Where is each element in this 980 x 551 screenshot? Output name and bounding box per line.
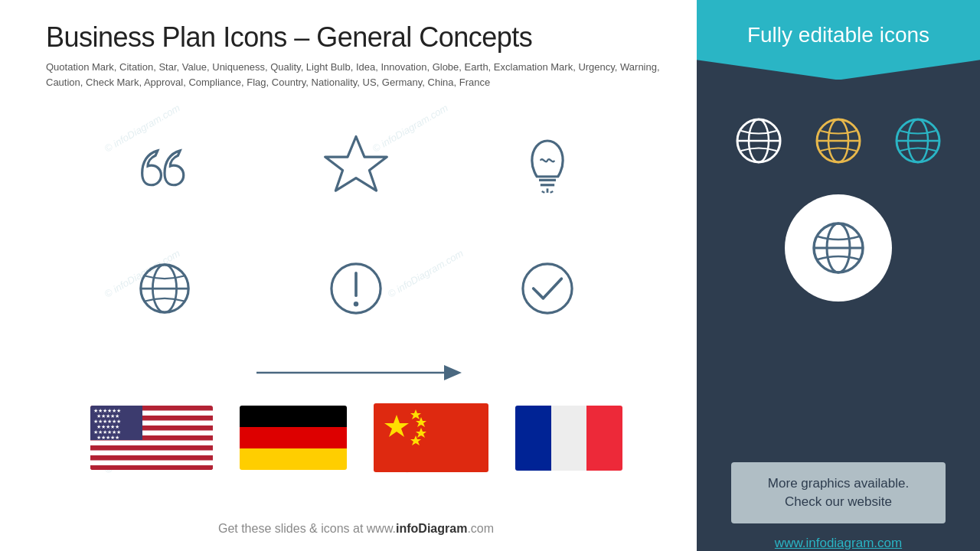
page-title: Business Plan Icons – General Concepts: [46, 21, 666, 54]
star-icon: [314, 124, 398, 208]
germany-flag-icon: [240, 406, 347, 470]
light-bulb-icon: [505, 124, 590, 208]
svg-rect-37: [240, 406, 347, 427]
bottom-text-suffix: .com: [467, 522, 494, 535]
svg-line-4: [542, 191, 545, 193]
icons-grid: [46, 105, 666, 350]
svg-text:★★★★★★: ★★★★★★: [93, 419, 121, 424]
right-icons-section: [713, 80, 964, 447]
svg-rect-49: [551, 406, 586, 471]
svg-text:★★★★★★: ★★★★★★: [93, 408, 121, 413]
exclamation-icon-cell: [260, 227, 452, 350]
globe-gold-icon: [808, 110, 869, 171]
left-panel: Business Plan Icons – General Concepts Q…: [0, 0, 697, 551]
svg-rect-41: [374, 403, 488, 472]
svg-line-5: [550, 191, 554, 193]
svg-rect-38: [240, 427, 347, 448]
flags-row: ★★★★★★ ★★★★★ ★★★★★★ ★★★★★ ★★★★★★ ★★★★★: [46, 403, 666, 472]
svg-rect-50: [586, 406, 622, 471]
globe-icon-cell: [69, 227, 260, 350]
arrow-icon: [249, 357, 463, 388]
china-flag-icon: [374, 403, 488, 472]
right-globe-icons-row: [728, 110, 949, 171]
right-title: Fully editable icons: [747, 21, 929, 49]
globe-white-icon: [728, 110, 789, 171]
arrow-row: [46, 350, 666, 396]
svg-rect-27: [90, 461, 213, 466]
svg-rect-39: [240, 448, 347, 470]
svg-point-11: [354, 302, 358, 306]
us-flag-icon: ★★★★★★ ★★★★★ ★★★★★★ ★★★★★ ★★★★★★ ★★★★★: [90, 406, 213, 470]
svg-rect-24: [90, 445, 213, 451]
page-subtitle: Quotation Mark, Citation, Star, Value, U…: [46, 60, 666, 90]
exclamation-icon: [314, 246, 398, 331]
website-link[interactable]: www.infodiagram.com: [775, 536, 902, 551]
svg-rect-23: [90, 441, 213, 446]
right-panel: Fully editable icons: [697, 0, 980, 551]
quotation-mark-icon: [122, 124, 207, 208]
globe-large-wrapper: [785, 194, 892, 302]
france-flag-icon: [515, 406, 622, 471]
svg-rect-25: [90, 451, 213, 456]
svg-text:★★★★★: ★★★★★: [96, 435, 119, 440]
star-icon-cell: [260, 105, 452, 227]
svg-rect-48: [515, 406, 551, 471]
svg-text:★★★★★★: ★★★★★★: [93, 429, 121, 435]
svg-marker-14: [444, 365, 462, 380]
checkmark-icon-cell: [452, 227, 643, 350]
checkmark-icon: [505, 246, 590, 331]
quotation-mark-icon-cell: [69, 105, 260, 227]
bottom-text: Get these slides & icons at www.infoDiag…: [46, 516, 666, 536]
svg-rect-26: [90, 455, 213, 461]
more-graphics-box: More graphics available.Check our websit…: [731, 462, 946, 523]
svg-text:★★★★★: ★★★★★: [96, 424, 119, 429]
svg-marker-0: [325, 137, 387, 191]
svg-point-12: [523, 264, 572, 313]
more-graphics-text: More graphics available.Check our websit…: [754, 474, 923, 511]
bottom-text-brand: infoDiagram: [396, 522, 467, 535]
bottom-text-prefix: Get these slides & icons at www.: [218, 522, 396, 535]
svg-text:★★★★★: ★★★★★: [96, 413, 119, 419]
globe-large-icon: [804, 214, 873, 282]
light-bulb-icon-cell: [452, 105, 643, 227]
svg-rect-28: [90, 465, 213, 470]
globe-icon: [122, 246, 207, 331]
right-header: Fully editable icons: [697, 0, 980, 80]
globe-teal-icon: [887, 110, 949, 171]
